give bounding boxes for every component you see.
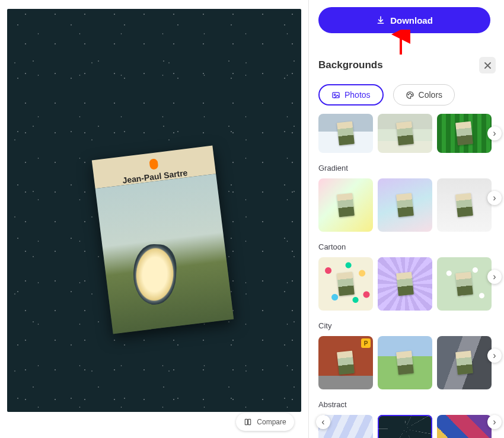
bg-thumb-gradient-2[interactable] [378, 178, 432, 232]
bg-thumb-sunburst[interactable] [378, 257, 432, 311]
backgrounds-header: Backgrounds [318, 57, 499, 73]
svg-rect-1 [248, 419, 251, 424]
subject-book: Jean-Paul Sartre Nausea [92, 146, 234, 334]
category-abstract-next[interactable]: › [487, 415, 502, 429]
compare-icon [244, 418, 252, 426]
side-panel: Download Backgrounds Photos Colors [308, 0, 504, 438]
app-root: Jean-Paul Sartre Nausea Compare Download… [0, 0, 504, 438]
bg-thumb-abstract-3[interactable] [437, 415, 492, 438]
bg-thumb-bamboo[interactable] [437, 114, 492, 153]
category-cartoon: Cartoon › [318, 242, 499, 311]
photos-icon [331, 91, 340, 100]
penguin-logo-icon [149, 158, 158, 170]
category-city-label: City [318, 321, 499, 330]
compare-button[interactable]: Compare [236, 413, 294, 431]
compare-label: Compare [257, 418, 286, 426]
category-gradient-next[interactable]: › [487, 191, 502, 205]
annotation-arrow-icon [386, 30, 416, 59]
bg-thumb-field[interactable] [378, 336, 432, 389]
book-artwork-figure [132, 243, 177, 306]
download-icon [376, 15, 385, 25]
backgrounds-title: Backgrounds [318, 59, 383, 71]
bg-thumb-gradient-1[interactable] [318, 178, 373, 232]
tab-photos[interactable]: Photos [318, 84, 384, 105]
bg-thumb-dots[interactable] [318, 257, 373, 311]
category-cartoon-next[interactable]: › [487, 270, 502, 284]
canvas-panel: Jean-Paul Sartre Nausea Compare [0, 0, 308, 438]
category-gradient: Gradient › [318, 164, 499, 232]
bg-thumb-abstract-2[interactable] [378, 415, 432, 438]
preview-canvas[interactable]: Jean-Paul Sartre Nausea [7, 9, 301, 412]
svg-point-4 [334, 94, 336, 95]
tab-colors[interactable]: Colors [393, 84, 455, 105]
bg-thumb-beach[interactable] [378, 114, 432, 153]
close-icon [484, 62, 491, 69]
category-city-next[interactable]: › [487, 349, 502, 363]
svg-point-6 [409, 93, 410, 94]
close-backgrounds-button[interactable] [479, 57, 496, 73]
category-cartoon-label: Cartoon [318, 242, 499, 251]
download-label: Download [390, 15, 433, 25]
category-gradient-label: Gradient [318, 164, 499, 172]
backgrounds-tabs: Photos Colors [318, 84, 499, 105]
download-button[interactable]: Download [318, 7, 490, 33]
bg-thumb-snow[interactable] [318, 114, 373, 153]
category-abstract-label: Abstract [318, 400, 499, 409]
category-nature-next[interactable]: › [487, 126, 502, 140]
category-abstract-prev[interactable]: ‹ [316, 415, 330, 429]
premium-badge-icon: P [361, 338, 371, 348]
bg-thumb-brick[interactable]: P [318, 336, 373, 389]
book-artwork [95, 174, 234, 334]
tab-photos-label: Photos [344, 90, 371, 100]
svg-point-7 [411, 94, 412, 94]
bg-thumb-city[interactable] [437, 336, 492, 389]
svg-rect-0 [245, 419, 248, 424]
category-abstract: Abstract ‹ › [318, 400, 499, 438]
bg-thumb-gradient-3[interactable] [437, 178, 492, 232]
category-city: City P › [318, 321, 499, 389]
bg-thumb-daisy[interactable] [437, 257, 492, 311]
palette-icon [406, 91, 414, 100]
category-nature: › [318, 114, 499, 153]
svg-point-5 [408, 94, 409, 94]
tab-colors-label: Colors [419, 90, 442, 100]
